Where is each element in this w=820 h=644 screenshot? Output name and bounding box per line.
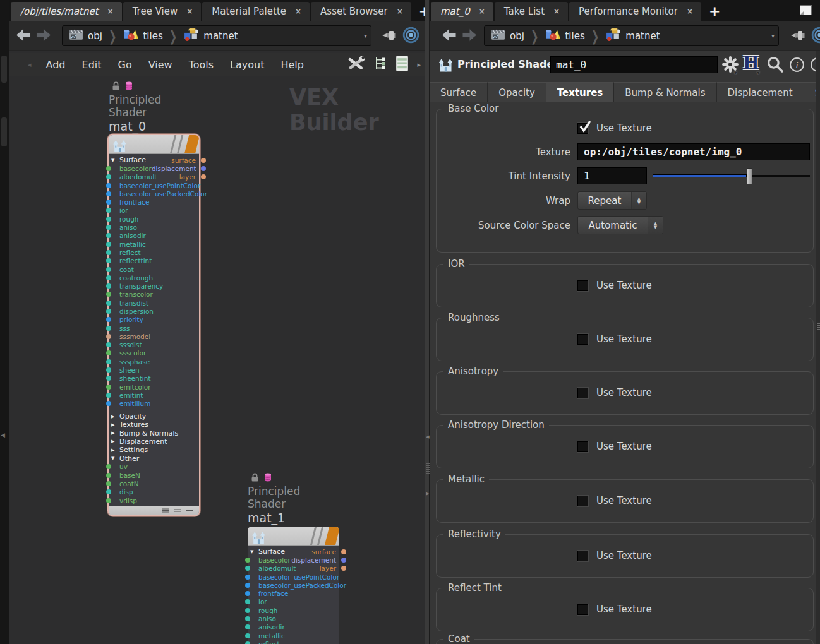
menu-help[interactable]: Help: [272, 59, 311, 71]
tint-intensity-slider[interactable]: [653, 167, 810, 184]
pin-pane-icon[interactable]: [790, 28, 807, 45]
node-param-row-anisodir[interactable]: anisodir: [248, 623, 339, 631]
input-connector-dot[interactable]: [245, 558, 250, 563]
node-param-row-uv[interactable]: uv: [109, 463, 199, 471]
input-connector-dot[interactable]: [245, 599, 250, 604]
input-connector-dot[interactable]: [106, 183, 111, 188]
wrap-dropdown[interactable]: Repeat ▲▼: [577, 191, 647, 210]
input-connector-dot[interactable]: [106, 208, 111, 213]
back-arrow-icon[interactable]: [441, 27, 457, 45]
node-param-row-emitillum[interactable]: emitillum: [109, 400, 199, 408]
breadcrumb-item-tiles[interactable]: tiles: [542, 28, 587, 43]
output-connector-dot[interactable]: [341, 549, 346, 554]
node-param-row-basecolor-usepointcolor[interactable]: basecolor_usePointColor: [109, 181, 199, 189]
tab-obj-tiles-matnet[interactable]: /obj/tiles/matnet×: [11, 2, 122, 21]
output-connector-dot[interactable]: [341, 566, 346, 571]
input-connector-dot[interactable]: [106, 233, 111, 238]
breadcrumb-item-matnet[interactable]: matnet: [181, 28, 240, 44]
node-flag-stripe[interactable]: [183, 135, 199, 154]
param-tab-displacement[interactable]: Displacement: [717, 82, 804, 102]
input-connector-dot[interactable]: [106, 174, 111, 179]
use-texture-checkbox[interactable]: [577, 388, 588, 398]
node-param-row-albedomult[interactable]: albedomultlayer: [248, 564, 339, 573]
forward-arrow-icon[interactable]: [461, 27, 478, 45]
close-icon[interactable]: ×: [479, 7, 485, 16]
node-param-row-reflecttint[interactable]: reflecttint: [109, 257, 199, 265]
input-connector-dot[interactable]: [106, 191, 111, 196]
node-body[interactable]: ▼Surfacesurfacebasecolordisplacementalbe…: [109, 135, 199, 515]
path-dropdown-icon[interactable]: ▾: [766, 32, 775, 39]
node-param-row-sssdist[interactable]: sssdist: [109, 341, 199, 349]
param-tab-settings[interactable]: Settings: [804, 82, 816, 102]
linked-pane-target-icon[interactable]: [402, 26, 420, 47]
menu-add[interactable]: Add: [38, 59, 74, 71]
texture-path-field[interactable]: op:/obj/tiles/copnet/img_0: [577, 143, 810, 160]
node-section-row-surface[interactable]: ▼Surfacesurface: [109, 156, 199, 164]
input-connector-dot[interactable]: [106, 258, 111, 263]
tab-performance-monitor[interactable]: Performance Monitor×: [569, 2, 701, 21]
new-tab-button[interactable]: +: [419, 4, 425, 18]
node-param-row-aniso[interactable]: aniso: [109, 223, 199, 231]
node-param-row-basecolor[interactable]: basecolordisplacement: [248, 556, 339, 564]
database-icon[interactable]: [263, 472, 272, 485]
breadcrumb-item-obj[interactable]: obj: [488, 29, 527, 43]
node-flag-stripe[interactable]: [323, 527, 339, 546]
tab-take-list[interactable]: Take List×: [495, 2, 568, 21]
tree-hierarchy-icon[interactable]: [373, 56, 387, 74]
input-connector-dot[interactable]: [106, 393, 111, 398]
use-texture-checkbox[interactable]: [577, 604, 588, 615]
houdini-logo-icon[interactable]: H▾: [743, 53, 759, 73]
param-tab-surface[interactable]: Surface: [430, 82, 488, 102]
collapse-triangle-icon[interactable]: ▼: [111, 158, 114, 163]
node-param-row-priority[interactable]: priority: [109, 316, 199, 324]
node-param-row-transparency[interactable]: transparency: [109, 282, 199, 290]
input-connector-dot[interactable]: [245, 575, 250, 580]
input-connector-dot[interactable]: [245, 616, 250, 621]
menu-overflow-icon[interactable]: ▸: [417, 61, 421, 69]
input-connector-dot[interactable]: [106, 359, 111, 364]
input-connector-dot[interactable]: [106, 326, 111, 331]
input-connector-dot[interactable]: [106, 473, 111, 478]
input-connector-dot[interactable]: [106, 242, 111, 247]
breadcrumb-item-matnet[interactable]: matnet: [603, 28, 662, 44]
node-param-row-coatn[interactable]: coatN: [109, 479, 199, 487]
input-connector-dot[interactable]: [106, 267, 111, 272]
node-param-row-frontface[interactable]: frontface: [109, 198, 199, 206]
node-param-row-sheentint[interactable]: sheentint: [109, 374, 199, 383]
input-connector-dot[interactable]: [106, 498, 111, 503]
node-param-row-emitint[interactable]: emitint: [109, 391, 199, 399]
close-icon[interactable]: ×: [186, 7, 193, 16]
input-connector-dot[interactable]: [106, 385, 111, 390]
expand-triangle-icon[interactable]: ▶: [111, 439, 114, 444]
node-section-row-other[interactable]: ▼Other: [109, 454, 199, 462]
node-param-row-reflect[interactable]: reflect: [248, 640, 339, 644]
node-param-row-metallic[interactable]: metallic: [248, 631, 339, 640]
close-icon[interactable]: ×: [107, 7, 114, 16]
linked-pane-target-icon[interactable]: [811, 26, 820, 47]
output-connector-dot[interactable]: [201, 174, 206, 179]
menu-go[interactable]: Go: [110, 59, 140, 71]
expand-triangle-icon[interactable]: ▶: [111, 422, 114, 427]
input-connector-dot[interactable]: [245, 583, 250, 588]
left-path-widget[interactable]: obj❯tiles❯matnet ▾: [62, 25, 371, 46]
node-section-row-opacity[interactable]: ▶Opacity: [109, 412, 199, 420]
node-param-row-frontface[interactable]: frontface: [248, 589, 339, 597]
input-connector-dot[interactable]: [106, 309, 111, 314]
tab-asset-browser[interactable]: Asset Browser×: [311, 2, 411, 21]
input-connector-dot[interactable]: [106, 225, 111, 230]
input-connector-dot[interactable]: [106, 275, 111, 280]
pin-pane-icon[interactable]: [381, 28, 399, 45]
expand-triangle-icon[interactable]: ▶: [111, 448, 114, 453]
node-param-row-anisodir[interactable]: anisodir: [109, 232, 199, 240]
expand-triangle-icon[interactable]: ▶: [111, 414, 114, 419]
search-icon[interactable]: [766, 56, 783, 75]
close-icon[interactable]: ×: [553, 7, 560, 16]
node-section-row-textures[interactable]: ▶Textures: [109, 420, 199, 429]
input-connector-dot[interactable]: [106, 481, 111, 486]
breadcrumb-item-tiles[interactable]: tiles: [120, 28, 165, 43]
node-param-row-sssphase[interactable]: sssphase: [109, 357, 199, 366]
close-icon[interactable]: ×: [687, 7, 693, 16]
spinner-arrows-icon[interactable]: ▲▼: [648, 217, 663, 234]
collapse-triangle-icon[interactable]: ▼: [250, 549, 253, 554]
use-texture-checkbox[interactable]: [577, 280, 588, 291]
